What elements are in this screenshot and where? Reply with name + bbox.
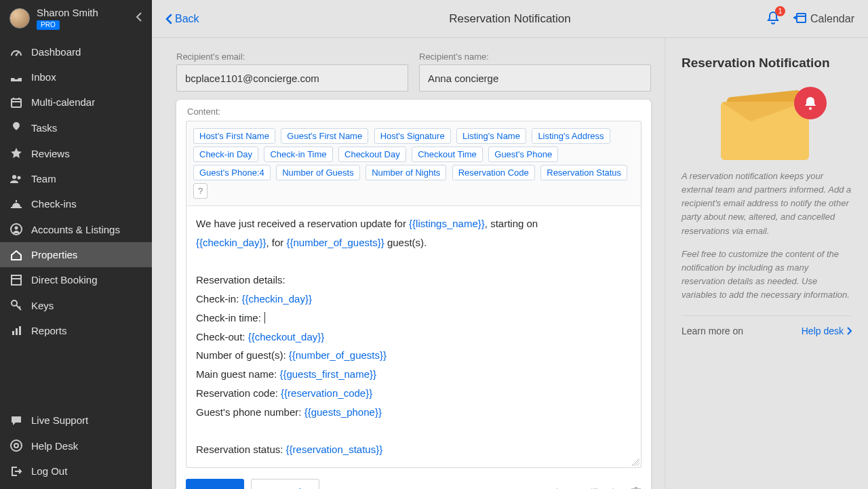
sidebar-item-multi-calendar[interactable]: Multi-calendar: [0, 90, 152, 115]
svg-rect-2: [12, 99, 21, 107]
help-desk-link-label: Help desk: [802, 326, 844, 336]
sidebar-item-live-support[interactable]: Live Support: [0, 408, 152, 433]
help-desk-link[interactable]: Help desk: [802, 326, 852, 336]
token-checkin-day[interactable]: Check-in Day: [193, 146, 258, 162]
var-checkin-day2: {{checkin_day}}: [242, 293, 312, 305]
token-reservation-status[interactable]: Reservation Status: [540, 165, 627, 180]
token-checkout-day[interactable]: Checkout Day: [338, 146, 406, 162]
name-input[interactable]: [419, 64, 651, 92]
sidebar-item-log-out[interactable]: Log Out: [0, 458, 152, 484]
svg-rect-8: [11, 207, 22, 208]
token-host-first-name[interactable]: Host's First Name: [193, 128, 275, 144]
token-number-of-nights[interactable]: Number of Nights: [366, 165, 446, 180]
email-label: Recipient's email:: [176, 52, 408, 62]
gauge-icon: [9, 47, 23, 57]
content-card: Content: Host's First Name Guest's First…: [176, 100, 651, 489]
editor-text: guest(s).: [384, 237, 427, 248]
sidebar-item-label: Inbox: [31, 71, 56, 83]
form-area: Recipient's email: Recipient's name: Con…: [152, 38, 665, 489]
delete-label: Delete Notification: [542, 486, 625, 489]
trash-icon: [631, 486, 642, 489]
var-checkout-day: {{checkout_day}}: [248, 331, 325, 343]
people-icon: [9, 174, 23, 184]
calendar-button[interactable]: Calendar: [793, 12, 854, 26]
token-listing-name[interactable]: Listing's Name: [456, 128, 526, 144]
chevron-right-icon: [846, 327, 852, 335]
illustration: [719, 87, 814, 155]
resize-handle[interactable]: [631, 458, 639, 466]
token-checkout-time[interactable]: Checkout Time: [412, 146, 483, 162]
token-guest-first-name[interactable]: Guest's First Name: [281, 128, 368, 144]
sidebar-item-keys[interactable]: Keys: [0, 292, 152, 318]
chevron-left-icon: [165, 14, 172, 24]
svg-rect-19: [19, 326, 21, 335]
editor-text: Number of guest(s):: [196, 349, 289, 361]
sidebar-item-direct-booking[interactable]: Direct Booking: [0, 267, 152, 292]
token-number-of-guests[interactable]: Number of Guests: [276, 165, 360, 180]
token-reservation-code[interactable]: Reservation Code: [452, 165, 535, 180]
calendar-label: Calendar: [810, 13, 854, 25]
sidebar-item-tasks[interactable]: Tasks: [0, 115, 152, 140]
sidebar-item-accounts[interactable]: Accounts & Listings: [0, 216, 152, 242]
sidebar-item-properties[interactable]: Properties: [0, 242, 152, 267]
sidebar-item-reports[interactable]: Reports: [0, 318, 152, 343]
logout-icon: [9, 466, 23, 477]
sidebar-item-label: Dashboard: [31, 46, 81, 58]
email-input[interactable]: [176, 64, 408, 92]
var-reservation-status: {{reservation_status}}: [286, 444, 383, 455]
var-guests-first-name: {{guests_first_name}}: [279, 368, 376, 380]
user-circle-icon: [9, 223, 23, 235]
token-guest-phone[interactable]: Guest's Phone: [488, 146, 558, 162]
svg-rect-17: [12, 331, 14, 335]
collapse-icon[interactable]: [136, 12, 142, 26]
home-icon: [9, 250, 23, 260]
var-number-of-guests: {{number_of_guests}}: [286, 237, 384, 248]
chat-icon: [9, 415, 23, 426]
sidebar-item-label: Multi-calendar: [31, 96, 95, 108]
content-label: Content:: [187, 106, 642, 117]
token-host-signature[interactable]: Host's Signature: [374, 128, 451, 144]
pro-badge: PRO: [37, 20, 60, 30]
cancel-button[interactable]: Cancel: [251, 479, 319, 489]
editor-text: Check-out:: [196, 331, 248, 343]
save-button[interactable]: Save: [186, 479, 244, 489]
back-button[interactable]: Back: [165, 13, 199, 25]
sidebar-item-inbox[interactable]: Inbox: [0, 64, 152, 90]
svg-point-27: [809, 107, 812, 110]
svg-rect-18: [16, 328, 18, 335]
editor-text: , starting on: [485, 218, 538, 229]
user-block: Sharon Smith PRO: [0, 0, 152, 39]
token-listing-address[interactable]: Listing's Address: [532, 128, 610, 144]
svg-point-7: [18, 176, 21, 179]
star-icon: [9, 147, 23, 159]
svg-point-6: [12, 175, 16, 179]
sidebar: Sharon Smith PRO Dashboard Inbox Multi-c…: [0, 0, 152, 489]
editor-text: Reservation details:: [196, 271, 631, 290]
recipient-name-field: Recipient's name:: [419, 52, 651, 92]
svg-point-20: [11, 440, 22, 451]
sidebar-item-help-desk[interactable]: Help Desk: [0, 433, 152, 458]
token-checkin-time[interactable]: Check-in Time: [264, 146, 332, 162]
pin-icon: [9, 121, 23, 134]
sidebar-item-label: Check-ins: [31, 198, 77, 210]
svg-point-11: [15, 227, 18, 230]
var-guests-phone: {{guests_phone}}: [304, 406, 382, 418]
var-listings-name: {{listings_name}}: [409, 218, 485, 229]
svg-line-1: [16, 52, 19, 55]
var-checkin-day: {{checkin_day}}: [196, 237, 266, 248]
delete-notification-button[interactable]: Delete Notification: [542, 486, 642, 489]
sidebar-item-team[interactable]: Team: [0, 166, 152, 191]
key-icon: [9, 299, 23, 311]
avatar[interactable]: [9, 8, 30, 28]
sidebar-item-checkins[interactable]: Check-ins: [0, 191, 152, 216]
token-guest-phone4[interactable]: Guest's Phone:4: [193, 165, 271, 180]
notifications-button[interactable]: 1: [766, 10, 781, 28]
content-editor[interactable]: We have just received a reservation upda…: [186, 206, 642, 468]
sidebar-item-reviews[interactable]: Reviews: [0, 140, 152, 166]
sidebar-item-label: Reports: [31, 325, 67, 336]
token-help[interactable]: ?: [193, 183, 208, 199]
info-heading: Reservation Notification: [682, 56, 852, 71]
sidebar-item-dashboard[interactable]: Dashboard: [0, 39, 152, 64]
info-panel: Reservation Notification A reservation n…: [665, 38, 868, 489]
page-title: Reservation Notification: [449, 12, 571, 26]
